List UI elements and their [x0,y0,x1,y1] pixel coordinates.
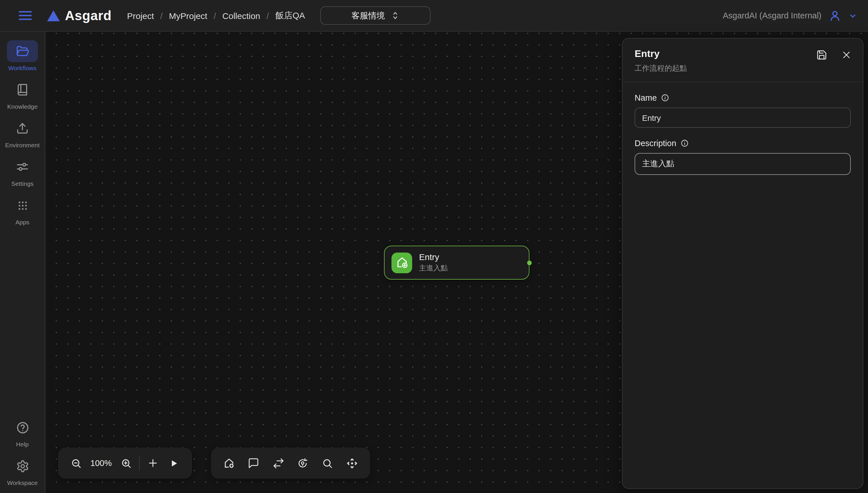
breadcrumb-separator: / [160,10,162,20]
panel-header: Entry 工作流程的起點 [622,39,863,82]
sidebar-item-knowledge[interactable]: Knowledge [0,79,45,110]
help-circle-icon [16,421,29,434]
name-input[interactable] [635,108,851,128]
panel-body: Name Description 主進入點 [622,82,863,186]
move-icon [346,457,358,469]
sidebar: Workflows Knowledge Environment [0,31,45,493]
retry-button[interactable] [295,455,311,471]
retry-icon [297,457,309,469]
breadcrumb-item-current[interactable]: 飯店QA [275,10,305,21]
add-button[interactable] [145,455,161,471]
chevron-down-icon [848,11,857,20]
fit-view-button[interactable] [344,455,360,471]
header: Asgard Project / MyProject / Collection … [0,0,868,31]
search-button[interactable] [319,455,336,471]
folder-open-icon [16,45,29,58]
zoom-out-button[interactable] [68,455,84,471]
entry-node-title: Entry [419,252,448,262]
environment-select-value: 客服情境 [351,10,385,21]
plus-icon [148,458,158,468]
unfold-icon [391,11,398,20]
node-properties-panel: Entry 工作流程的起點 Name [622,38,863,489]
sidebar-item-settings[interactable]: Settings [0,156,45,187]
actions-toolbar [211,448,370,479]
panel-subtitle: 工作流程的起點 [635,63,851,73]
sidebar-item-label: Settings [11,180,33,187]
breadcrumb-item-myproject[interactable]: MyProject [169,10,207,20]
add-entry-node-button[interactable] [221,455,237,471]
entry-node-text: Entry 主進入點 [419,252,448,273]
description-label-text: Description [635,138,676,148]
zoom-in-icon [121,458,132,469]
breadcrumb-separator: / [267,10,269,20]
save-icon [816,49,827,60]
sliders-icon [16,160,29,173]
entry-node-icon-box [391,252,412,273]
info-icon[interactable] [680,139,688,147]
upload-icon [16,122,29,135]
sidebar-item-workflows[interactable]: Workflows [0,40,45,71]
toolbar-divider [139,456,140,471]
account-menu[interactable]: AsgardAI (Asgard Internal) [723,9,857,22]
node-output-handle[interactable] [527,260,532,265]
swap-connections-button[interactable] [270,455,286,471]
swap-arrows-icon [272,457,284,469]
save-button[interactable] [816,49,827,60]
run-workflow-button[interactable] [166,455,182,471]
breadcrumb-item-project[interactable]: Project [127,10,154,20]
hamburger-icon [18,10,32,21]
comment-button[interactable] [246,455,261,471]
entry-node-subtitle: 主進入點 [419,263,448,273]
account-label: AsgardAI (Asgard Internal) [723,11,821,20]
user-icon [829,9,841,22]
sidebar-item-label: Workflows [8,64,37,71]
sidebar-item-environment[interactable]: Environment [0,117,45,148]
zoom-in-button[interactable] [118,455,134,471]
sidebar-item-label: Workspace [7,479,38,486]
logo-triangle-icon [47,10,60,21]
sidebar-item-help[interactable]: Help [0,416,45,448]
close-panel-button[interactable] [840,49,852,60]
description-field-label: Description [635,138,851,148]
add-entry-node-icon [223,457,235,469]
entry-node[interactable]: Entry 主進入點 [384,245,529,280]
sidebar-item-apps[interactable]: Apps [0,194,45,226]
environment-select[interactable]: 客服情境 [320,6,430,25]
gear-icon [16,459,29,473]
add-entry-node-icon [395,256,408,269]
comment-icon [248,457,259,469]
breadcrumb-separator: / [213,10,216,20]
sidebar-item-label: Environment [5,142,40,148]
book-icon [16,83,29,96]
close-icon [841,50,851,60]
sidebar-item-label: Help [16,441,29,448]
name-label-text: Name [635,93,657,102]
info-icon[interactable] [661,94,669,102]
hamburger-menu-button[interactable] [17,7,34,24]
breadcrumb-item-collection[interactable]: Collection [223,10,260,20]
app-root: Asgard Project / MyProject / Collection … [0,0,868,493]
name-field-label: Name [635,93,851,102]
apps-grid-icon [16,199,28,211]
breadcrumb: Project / MyProject / Collection / 飯店QA [127,10,305,21]
description-input[interactable]: 主進入點 [635,153,851,175]
logo-text: Asgard [65,8,112,23]
zoom-level[interactable]: 100% [89,458,113,468]
zoom-out-icon [70,458,81,469]
sidebar-item-workspace[interactable]: Workspace [0,455,45,486]
zoom-toolbar: 100% [58,448,192,479]
play-icon [169,458,179,468]
sidebar-item-label: Knowledge [7,103,38,110]
search-icon [322,458,333,469]
panel-actions [816,49,852,60]
app-logo[interactable]: Asgard [47,8,112,23]
sidebar-item-label: Apps [16,219,30,226]
